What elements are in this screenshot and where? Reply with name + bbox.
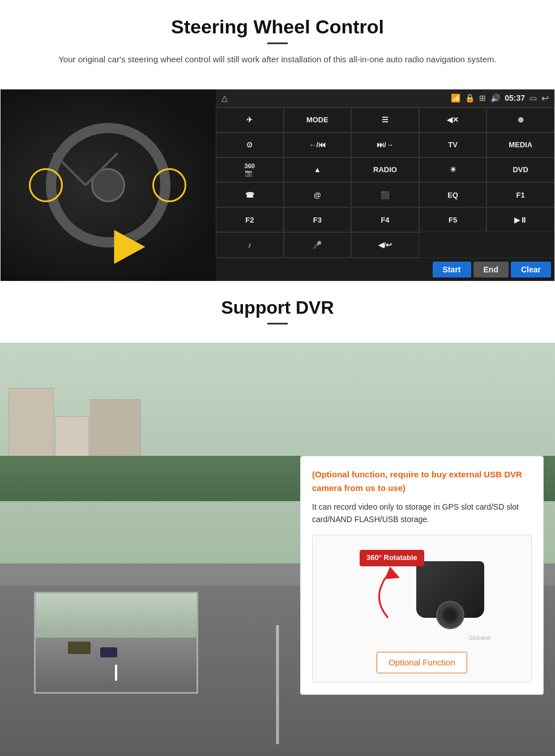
panel-btn-prev[interactable]: ←/⏮	[284, 133, 352, 157]
panel-btn-radio[interactable]: RADIO	[351, 157, 419, 182]
divider	[267, 42, 288, 44]
panel-btn-vol-mute[interactable]: ◀✕	[419, 108, 487, 133]
panel-btn-f3[interactable]: F3	[284, 207, 352, 232]
dvr-optional-notice: (Optional function, require to buy exter…	[312, 468, 532, 495]
dvr-section: Support DVR	[0, 281, 555, 757]
home-icon: △	[221, 93, 228, 102]
lock-icon: 🔒	[465, 93, 475, 102]
panel-btn-nav[interactable]: ✈	[216, 108, 284, 133]
dvr-main-area: (Optional function, require to buy exter…	[0, 343, 555, 757]
rotation-arrow	[371, 567, 405, 627]
panel-btn-f4[interactable]: F4	[351, 207, 419, 232]
panel-btn-eq[interactable]: EQ	[419, 182, 487, 207]
end-button[interactable]: End	[473, 262, 509, 277]
wifi-icon: 📶	[451, 93, 460, 102]
control-panel: △ 📶 🔒 ⊞ 🔊 05:37 ▭ ↩ ✈ MODE ☰ ◀✕ ⊕ ⊙ ←/⏮ …	[216, 89, 554, 281]
dvr-thumbnail-preview	[34, 592, 198, 694]
camera-body	[416, 561, 484, 618]
steering-container: △ 📶 🔒 ⊞ 🔊 05:37 ▭ ↩ ✈ MODE ☰ ◀✕ ⊕ ⊙ ←/⏮ …	[0, 89, 555, 281]
panel-btn-f1[interactable]: F1	[486, 182, 554, 207]
panel-btn-menu[interactable]: ☰	[351, 108, 419, 133]
panel-btn-mic[interactable]: 🎤	[284, 232, 352, 257]
dvr-camera-box: 360° Rotatable	[312, 535, 532, 683]
thumb-sky	[36, 593, 197, 643]
dvr-title: Support DVR	[23, 297, 532, 318]
dvr-background: (Optional function, require to buy exter…	[0, 343, 555, 757]
left-button-highlight	[29, 168, 63, 202]
panel-actions: Start End Clear	[216, 258, 554, 281]
panel-btn-mode[interactable]: MODE	[284, 108, 352, 133]
dvr-divider	[267, 323, 288, 324]
start-button[interactable]: Start	[433, 262, 471, 277]
panel-btn-dots[interactable]: ⊕	[486, 108, 554, 133]
window-icon: ▭	[530, 93, 537, 102]
panel-btn-f2[interactable]: F2	[216, 207, 284, 232]
badge-360: 360° Rotatable	[360, 550, 424, 566]
right-button-highlight	[152, 168, 186, 202]
dvr-description: It can record video only to storage in G…	[312, 501, 532, 526]
yellow-arrow	[114, 230, 146, 264]
thumb-road	[36, 638, 197, 692]
panel-btn-brightness[interactable]: ☀	[419, 157, 487, 182]
steering-wheel-image	[1, 89, 216, 281]
steering-section: Steering Wheel Control Your original car…	[0, 0, 555, 89]
panel-btn-phone[interactable]: ☎	[216, 182, 284, 207]
dvr-header: Support DVR	[0, 281, 555, 343]
panel-btn-vol-down[interactable]: ◀/↩	[351, 232, 419, 257]
panel-btn-360[interactable]: 360📷	[216, 157, 284, 182]
panel-button-grid: ✈ MODE ☰ ◀✕ ⊕ ⊙ ←/⏮ ⏭/→ TV MEDIA 360📷 ▲ …	[216, 108, 554, 258]
panel-btn-play-pause[interactable]: ▶⏸	[486, 207, 554, 232]
panel-btn-next[interactable]: ⏭/→	[351, 133, 419, 157]
thumb-center-line	[115, 665, 117, 681]
panel-btn-f5[interactable]: F5	[419, 207, 487, 232]
panel-btn-music[interactable]: ♪	[216, 232, 284, 257]
panel-topbar: △ 📶 🔒 ⊞ 🔊 05:37 ▭ ↩	[216, 89, 554, 108]
panel-btn-settings[interactable]: ⊙	[216, 133, 284, 157]
panel-btn-eject[interactable]: ▲	[284, 157, 352, 182]
panel-btn-screen[interactable]: ⬛	[351, 182, 419, 207]
dvr-info-box: (Optional function, require to buy exter…	[300, 456, 544, 695]
back-icon[interactable]: ↩	[541, 93, 549, 104]
panel-btn-media[interactable]: MEDIA	[486, 133, 554, 157]
panel-btn-dvd[interactable]: DVD	[486, 157, 554, 182]
steering-title: Steering Wheel Control	[23, 16, 532, 38]
panel-btn-tv[interactable]: TV	[419, 133, 487, 157]
steering-wheel-photo	[1, 89, 216, 281]
camera-lens	[436, 601, 464, 629]
steering-description: Your original car's steering wheel contr…	[45, 53, 510, 66]
clock-display: 05:37	[505, 93, 525, 102]
volume-icon: 🔊	[490, 93, 500, 102]
arrow-indicator	[114, 230, 146, 264]
topbar-right: 📶 🔒 ⊞ 🔊 05:37 ▭ ↩	[451, 93, 549, 104]
grid-icon: ⊞	[479, 93, 486, 102]
topbar-left: △	[221, 93, 228, 102]
camera-watermark: Seicane	[468, 633, 491, 643]
camera-graphic: 360° Rotatable	[348, 544, 496, 646]
clear-button[interactable]: Clear	[511, 262, 551, 277]
optional-function-label: Optional Function	[377, 652, 467, 673]
panel-btn-internet[interactable]: @	[284, 182, 352, 207]
